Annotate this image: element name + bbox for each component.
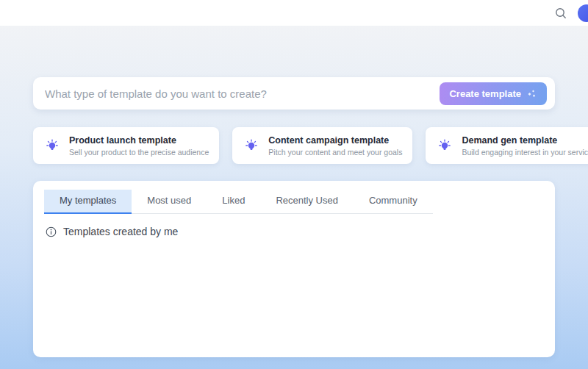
templates-tabs: My templates Most used Liked Recently Us… [44, 190, 433, 214]
templates-panel: My templates Most used Liked Recently Us… [33, 181, 555, 357]
card-title: Product launch template [69, 135, 209, 146]
tab-community[interactable]: Community [354, 190, 433, 214]
lightbulb-icon [45, 138, 60, 153]
card-subtitle: Sell your product to the precise audienc… [69, 148, 209, 157]
info-icon [46, 226, 57, 237]
tab-my-templates[interactable]: My templates [44, 190, 132, 214]
template-suggestion-cards: Product launch template Sell your produc… [33, 127, 555, 164]
sparkles-icon [526, 88, 537, 99]
avatar[interactable] [578, 4, 588, 22]
lightbulb-icon [244, 138, 259, 153]
tab-recently-used[interactable]: Recently Used [260, 190, 354, 214]
lightbulb-icon [437, 138, 452, 153]
card-demand-gen-template[interactable]: Demand gen template Build engaging inter… [426, 127, 588, 164]
card-title: Demand gen template [462, 135, 588, 146]
card-product-launch-template[interactable]: Product launch template Sell your produc… [33, 127, 219, 164]
search-icon[interactable] [553, 5, 569, 21]
template-prompt-bar: Create template [33, 77, 555, 110]
tab-liked[interactable]: Liked [207, 190, 260, 214]
card-title: Content campaign template [268, 135, 402, 146]
empty-state-message: Templates created by me [63, 226, 178, 237]
template-prompt-input[interactable] [45, 87, 440, 100]
empty-state-row: Templates created by me [44, 226, 544, 237]
card-content-campaign-template[interactable]: Content campaign template Pitch your con… [232, 127, 412, 164]
tab-most-used[interactable]: Most used [132, 190, 207, 214]
card-subtitle: Build engaging interest in your services [462, 148, 588, 157]
create-template-button[interactable]: Create template [440, 82, 547, 105]
main-content: Create template [0, 26, 588, 369]
create-template-label: Create template [449, 88, 521, 99]
top-bar [0, 0, 588, 26]
card-subtitle: Pitch your content and meet your goals [268, 148, 402, 157]
